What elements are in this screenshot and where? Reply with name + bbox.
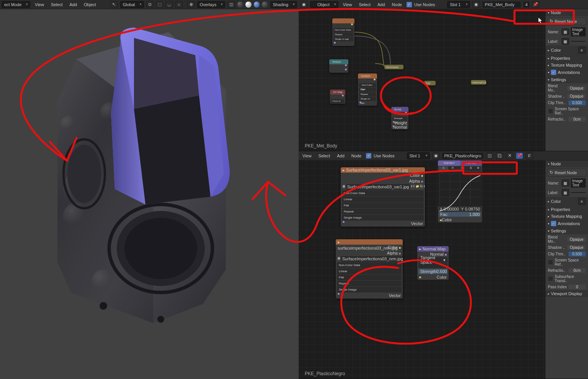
menu-node[interactable]: Node [390,2,404,8]
refraction-value[interactable]: 0cm [568,117,586,122]
shadow-mode-value[interactable]: Opaque [567,94,586,99]
menu-node[interactable]: Node [349,153,364,159]
pin-icon[interactable]: 📌 [516,152,523,159]
material-output-node[interactable]: MaterialOut [471,80,486,85]
snap-target-icon[interactable]: ◡ [165,1,173,8]
panel-properties[interactable]: Properties [546,206,588,213]
label-field[interactable] [571,192,586,193]
material-browse-icon[interactable]: ◉ [432,152,440,159]
panel-annotations[interactable]: ✓Annotations [546,220,588,227]
menu-select[interactable]: Select [316,153,333,159]
object-mode-dropdown[interactable]: Object [310,1,338,8]
bump-node[interactable]: . Bump Strength 0.4 Height Normal [391,107,408,129]
use-nodes-label: Use Nodes [374,154,394,158]
pin-icon[interactable]: 📌 [532,1,539,8]
menu-view[interactable]: View [300,153,314,159]
name-field[interactable]: Image Text [571,27,586,36]
gizmo-icon[interactable]: ⊕ [187,1,194,8]
image-texture-nrm-node[interactable]: ▸ surfaceimperfections03_nrm.jpg Color A… [336,239,403,299]
material-browse-icon[interactable]: ◉ [472,1,480,8]
menu-select[interactable]: Select [49,2,65,8]
panel-settings[interactable]: Settings [546,227,588,234]
clip-value[interactable]: 0.500 [568,252,586,256]
proportional-icon[interactable]: ○ [175,1,183,8]
material-name-field[interactable]: PKE_PlasticoNegro [442,153,484,159]
shading-dropdown[interactable]: Shading [270,1,297,8]
browse-icon[interactable]: ▦ [343,184,345,189]
node-canvas-bottom[interactable]: ▸ SurfaceImperfections03_var1.jpg Color … [299,160,545,379]
use-nodes-checkbox[interactable]: ✓ [366,153,371,158]
panel-annotations[interactable]: ✓Annotations [546,69,588,76]
menu-view[interactable]: View [33,2,46,8]
name-field[interactable]: Image Text [571,178,586,188]
pass-index-value[interactable]: 0 [568,284,586,289]
lookdev-shading-icon[interactable] [254,2,260,8]
use-nodes-checkbox[interactable]: ✓ [407,2,412,7]
orientation-dropdown[interactable]: Global [120,1,144,8]
panel-node-header[interactable]: Node [546,9,588,16]
texcoord-node[interactable]: . Texture [329,59,348,73]
material-users[interactable]: 4 [523,2,529,8]
label-field[interactable] [571,41,586,42]
image-texture-var-node[interactable]: ▸ SurfaceImperfections03_var1.jpg Color … [341,167,425,227]
datablock-icon[interactable]: ▦ [562,180,569,186]
material-name-field[interactable]: PKE_Met_Body [482,2,521,8]
viewport-render-area[interactable] [0,9,299,379]
solid-shading-icon[interactable] [245,2,252,8]
snap-icon[interactable]: ⬚ [156,1,163,8]
shadow-mode-label: Shadow .. [548,245,566,250]
panel-color[interactable]: Color≡ [546,197,588,206]
mix-node[interactable]: MixShader [384,65,403,69]
panel-settings[interactable]: Settings [546,76,588,83]
blend-mode-label: Blend Mo.. [548,84,566,92]
panel-texture-mapping[interactable]: Texture Mapping [546,213,588,220]
shadow-mode-value[interactable]: Opaque [567,245,586,250]
rgb-curves-node[interactable]: StandardFilm like C R G B ⚙ X 0.00000Y 0… [438,160,482,222]
image-texture-node-2[interactable]: . Surface Imperfections . Non-Color Data… [358,74,377,106]
panel-properties[interactable]: Properties [546,55,588,62]
mode-dropdown[interactable]: ect Mode [2,1,30,8]
panel-color[interactable]: Color≡ [546,46,588,55]
menu-add[interactable]: Add [67,2,79,8]
xray-icon[interactable]: ◫ [227,1,235,8]
clip-value[interactable]: 0.500 [568,100,586,105]
label-icon[interactable]: ▦ [562,189,569,196]
subsurf-checkbox[interactable] [548,276,553,281]
menu-add[interactable]: Add [375,2,387,8]
panel-texture-mapping[interactable]: Texture Mapping [546,62,588,69]
editor-type-icon[interactable]: ◉ [300,1,308,8]
blend-mode-value[interactable]: Opaque [567,86,586,91]
new-icon[interactable]: ◫ [486,152,493,159]
datablock-icon[interactable]: ▦ [562,28,569,35]
menu-view[interactable]: View [341,2,354,8]
ssr-checkbox[interactable] [548,260,553,265]
copy-icon[interactable]: ⿻ [496,152,503,159]
browse-icon[interactable]: ▦ [338,256,340,261]
menu-select[interactable]: Select [356,2,373,8]
ssr-checkbox[interactable] [548,108,553,114]
slot-dropdown[interactable]: Slot 1 [447,1,470,8]
pivot-icon[interactable]: ⊙ [146,1,154,8]
cursor-icon[interactable]: ↖ [110,1,118,8]
fake-user-icon[interactable]: F [526,152,533,159]
image-texture-node-1[interactable]: . PKE_Mat_Rug Non-Color Data Repeat Sing… [332,18,354,46]
panel-viewport-display[interactable]: Viewport Display [546,290,588,297]
reset-node-button[interactable]: ↻Reset Node [547,17,586,25]
menu-object[interactable]: Object [82,2,98,8]
refraction-value[interactable]: 0cm [568,268,586,273]
overlays-dropdown[interactable]: Overlays [197,1,225,8]
rendered-shading-icon[interactable] [262,2,268,8]
label-icon[interactable]: ▦ [562,38,569,45]
refraction-label: Refractio.. [548,268,567,273]
wireframe-shading-icon[interactable] [237,2,243,8]
add-node[interactable]: Add [424,81,436,85]
node-canvas-top[interactable]: . PKE_Mat_Rug Non-Color Data Repeat Sing… [299,9,545,151]
blend-mode-value[interactable]: Opaque [567,237,586,242]
menu-add[interactable]: Add [335,153,347,159]
panel-node-header[interactable]: Node [546,160,588,167]
normal-map-node[interactable]: ▸ Normal Map Normal Tangent Space▾ Stren… [417,246,449,280]
slot-dropdown[interactable]: Slot 1 [407,152,430,159]
unlink-icon[interactable]: ✕ [506,152,513,159]
uvmap-node[interactable]: . UV Map From In stance [330,90,345,104]
reset-node-button[interactable]: ↻Reset Node [547,168,586,176]
